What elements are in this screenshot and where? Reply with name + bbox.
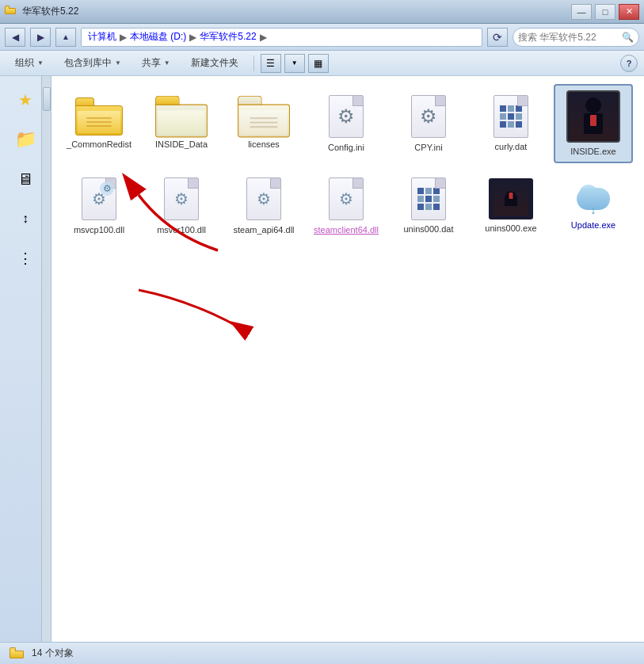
dots-icon: ⋮ bbox=[18, 250, 32, 267]
minimize-button[interactable]: — bbox=[571, 4, 592, 20]
path-sep-2: ▶ bbox=[189, 32, 196, 43]
file-label-steamclient64: steamclient64.dll bbox=[314, 224, 379, 235]
share-arrow: ▼ bbox=[164, 59, 170, 67]
config-ini-icon: ⚙ bbox=[325, 94, 368, 139]
file-label-unins000-dat: unins000.dat bbox=[404, 223, 454, 235]
path-drive[interactable]: 本地磁盘 (D:) bbox=[130, 30, 186, 44]
up-button[interactable]: ▲ bbox=[55, 28, 76, 47]
monitor-icon: 🖥 bbox=[17, 170, 33, 189]
inside-exe-icon bbox=[566, 90, 620, 143]
share-button[interactable]: 共享 ▼ bbox=[133, 53, 179, 74]
help-button[interactable]: ? bbox=[620, 55, 638, 72]
file-label-INSIDE-Data: INSIDE_Data bbox=[155, 139, 208, 150]
file-item-steamclient64[interactable]: ⚙ steamclient64.dll bbox=[307, 166, 386, 246]
unins000-exe-icon bbox=[489, 178, 533, 219]
toolbar-sep bbox=[253, 55, 254, 71]
file-item-unins000-exe[interactable]: unins000.exe bbox=[471, 166, 551, 246]
file-label-steam-api64: steam_api64.dll bbox=[233, 224, 294, 235]
file-label-unins000-exe: unins000.exe bbox=[485, 223, 536, 234]
sidebar-folder-item[interactable]: 📁 bbox=[8, 122, 43, 157]
library-arrow: ▼ bbox=[115, 59, 121, 67]
file-label-CPY-ini: CPY.ini bbox=[414, 142, 442, 153]
curly-dat-icon bbox=[493, 95, 528, 138]
forward-button[interactable]: ▶ bbox=[30, 28, 51, 47]
library-button[interactable]: 包含到库中 ▼ bbox=[55, 53, 130, 74]
sidebar-scrollbar[interactable] bbox=[41, 76, 51, 642]
path-sep-1: ▶ bbox=[120, 32, 127, 43]
sidebar: ★ 📁 🖥 ↕ ⋮ bbox=[0, 76, 51, 642]
file-label-INSIDE-exe: INSIDE.exe bbox=[570, 146, 615, 157]
status-count: 14 个对象 bbox=[32, 647, 74, 660]
file-label-curly-dat: curly.dat bbox=[495, 141, 528, 152]
title-bar: 华军软件5.22 — □ ✕ bbox=[0, 0, 644, 24]
star-icon: ★ bbox=[18, 90, 32, 109]
refresh-button[interactable]: ⟳ bbox=[487, 28, 508, 47]
file-item-Update-exe[interactable]: ↓ Update.exe bbox=[554, 166, 633, 246]
view-dropdown[interactable]: ▼ bbox=[284, 54, 305, 73]
new-folder-label: 新建文件夹 bbox=[191, 56, 238, 70]
path-root[interactable]: 计算机 bbox=[88, 30, 116, 44]
update-exe-icon: ↓ bbox=[573, 181, 614, 216]
sidebar-arrow-item[interactable]: ↕ bbox=[8, 201, 43, 236]
window-title: 华军软件5.22 bbox=[22, 5, 78, 18]
file-item-CommonRedist[interactable]: _CommonRedist bbox=[59, 84, 139, 163]
msvcp100-icon: ⚙ ⚙ bbox=[78, 177, 120, 221]
steam-api64-icon: ⚙ bbox=[242, 177, 285, 221]
status-bar: 14 个对象 bbox=[0, 642, 644, 664]
msvcr100-icon: ⚙ bbox=[160, 177, 203, 221]
file-item-unins000-dat[interactable]: unins000.dat bbox=[389, 166, 468, 246]
gear-icon-msvcr: ⚙ bbox=[174, 189, 189, 208]
toolbar: 组织 ▼ 包含到库中 ▼ 共享 ▼ 新建文件夹 ☰ ▼ ▦ ? bbox=[0, 51, 644, 76]
path-folder[interactable]: 华军软件5.22 bbox=[200, 30, 256, 44]
steamclient64-icon: ⚙ bbox=[325, 177, 368, 221]
file-item-msvcr100[interactable]: ⚙ msvcr100.dll bbox=[142, 166, 221, 246]
library-label: 包含到库中 bbox=[64, 56, 112, 70]
status-folder-icon bbox=[10, 647, 25, 660]
search-icon: 🔍 bbox=[622, 32, 634, 43]
share-label: 共享 bbox=[142, 56, 161, 70]
address-path: 计算机 ▶ 本地磁盘 (D:) ▶ 华军软件5.22 ▶ bbox=[81, 28, 482, 47]
folder-icon-licenses bbox=[238, 95, 290, 137]
sidebar-dots-item[interactable]: ⋮ bbox=[8, 241, 43, 276]
file-item-INSIDE-exe[interactable]: INSIDE.exe bbox=[554, 84, 633, 163]
unins000-dat-icon bbox=[411, 177, 446, 220]
file-item-CPY-ini[interactable]: ⚙ CPY.ini bbox=[389, 84, 468, 163]
cpy-ini-icon: ⚙ bbox=[407, 94, 450, 139]
file-item-msvcp100[interactable]: ⚙ ⚙ msvcp100.dll bbox=[59, 166, 139, 246]
file-item-INSIDE-Data[interactable]: INSIDE_Data bbox=[142, 84, 221, 163]
title-bar-controls: — □ ✕ bbox=[571, 4, 639, 20]
sidebar-monitor-item[interactable]: 🖥 bbox=[8, 162, 43, 197]
file-item-curly-dat[interactable]: curly.dat bbox=[471, 84, 551, 163]
maximize-button[interactable]: □ bbox=[595, 4, 615, 20]
folder-icon-CommonRedist bbox=[75, 97, 123, 135]
file-label-Update-exe: Update.exe bbox=[571, 219, 615, 231]
close-button[interactable]: ✕ bbox=[619, 4, 639, 20]
back-button[interactable]: ◀ bbox=[5, 28, 25, 47]
file-label-msvcr100: msvcr100.dll bbox=[157, 224, 206, 235]
file-item-steam-api64[interactable]: ⚙ steam_api64.dll bbox=[224, 166, 303, 246]
search-box[interactable]: 🔍 bbox=[513, 28, 639, 47]
file-item-Config-ini[interactable]: ⚙ Config.ini bbox=[307, 84, 386, 163]
gear-icon-config: ⚙ bbox=[337, 105, 355, 128]
sidebar-star-item[interactable]: ★ bbox=[8, 82, 43, 117]
organize-label: 组织 bbox=[15, 56, 34, 70]
file-item-licenses[interactable]: licenses bbox=[224, 84, 303, 163]
file-label-Config-ini: Config.ini bbox=[328, 142, 364, 153]
view-btn-1[interactable]: ☰ bbox=[261, 54, 281, 73]
main-area: ★ 📁 🖥 ↕ ⋮ bbox=[0, 76, 644, 642]
arrows-icon: ↕ bbox=[22, 212, 29, 226]
folder-icon-title bbox=[5, 6, 17, 18]
folder-icon-INSIDE-Data bbox=[155, 95, 208, 137]
file-label-msvcp100: msvcp100.dll bbox=[74, 224, 124, 235]
gear-icon-cpy: ⚙ bbox=[420, 105, 437, 128]
search-input[interactable] bbox=[518, 32, 619, 43]
new-folder-button[interactable]: 新建文件夹 bbox=[182, 53, 247, 74]
red-arrow-2 bbox=[131, 282, 257, 345]
organize-button[interactable]: 组织 ▼ bbox=[6, 53, 52, 74]
address-bar: ◀ ▶ ▲ 计算机 ▶ 本地磁盘 (D:) ▶ 华军软件5.22 ▶ ⟳ 🔍 bbox=[0, 24, 644, 51]
folder-nav-icon: 📁 bbox=[15, 129, 36, 150]
view-btn-2[interactable]: ▦ bbox=[308, 54, 329, 73]
scrollbar-thumb bbox=[43, 87, 51, 111]
file-label-licenses: licenses bbox=[248, 139, 280, 150]
file-content-area[interactable]: _CommonRedist INSIDE_Data bbox=[51, 76, 644, 642]
